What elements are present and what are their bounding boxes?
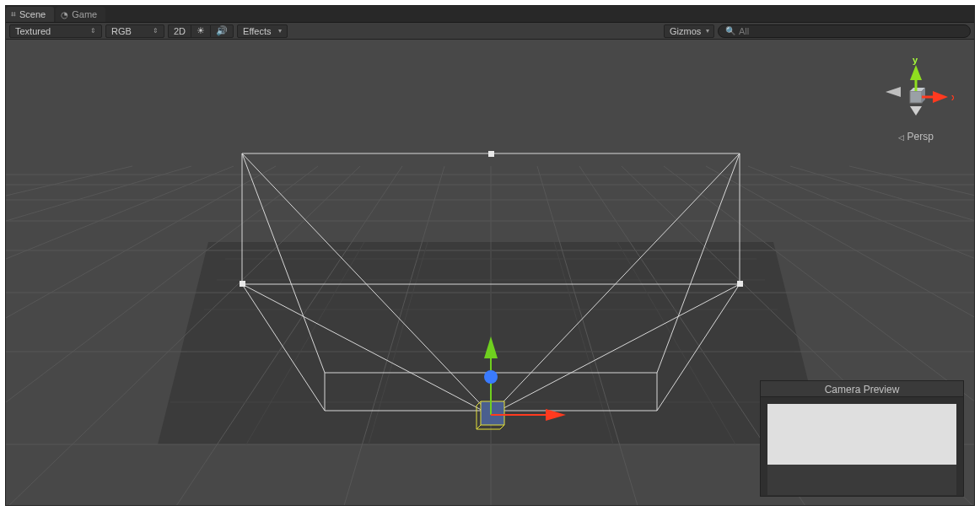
shading-mode-label: Textured — [15, 26, 51, 36]
effects-dropdown[interactable]: Effects ▾ — [237, 24, 288, 38]
axis-y-label: y — [913, 56, 918, 65]
svg-line-24 — [849, 166, 974, 196]
scene-search-input[interactable] — [739, 26, 963, 36]
svg-marker-46 — [481, 401, 504, 425]
svg-rect-43 — [488, 151, 494, 157]
2d-toggle[interactable]: 2D — [168, 24, 191, 38]
svg-line-20 — [748, 166, 974, 259]
chevron-down-icon: ▾ — [706, 27, 709, 35]
tab-bar: ⌗ Scene ◔ Game — [6, 6, 974, 23]
chevron-updown-icon: ⇕ — [90, 27, 96, 35]
window-frame: ⌗ Scene ◔ Game Textured ⇕ RGB ⇕ 2D ☀ 🔊 E… — [5, 5, 975, 506]
tab-scene-label: Scene — [19, 9, 46, 19]
render-mode-dropdown[interactable]: RGB ⇕ — [105, 24, 164, 38]
scene-viewport[interactable]: x y ◁ Persp Camera Preview — [6, 40, 974, 505]
orientation-gizmo[interactable]: x y ◁ Persp — [878, 56, 954, 149]
svg-marker-60 — [910, 106, 922, 116]
tab-scene[interactable]: ⌗ Scene — [6, 7, 54, 22]
search-icon: 🔍 — [725, 26, 735, 35]
speaker-icon: 🔊 — [216, 25, 228, 36]
projection-mode[interactable]: ◁ Persp — [878, 131, 954, 143]
pacman-icon: ◔ — [61, 10, 68, 19]
gizmos-label: Gizmos — [670, 26, 701, 36]
svg-rect-53 — [910, 91, 922, 103]
grid-icon: ⌗ — [11, 9, 16, 19]
effects-label: Effects — [243, 26, 271, 36]
camera-preview-sky — [767, 404, 956, 465]
svg-point-51 — [484, 370, 498, 384]
sun-icon: ☀ — [197, 25, 205, 36]
scene-search[interactable]: 🔍 — [718, 24, 971, 38]
audio-toggle[interactable]: 🔊 — [210, 24, 234, 38]
scene-toolbar: Textured ⇕ RGB ⇕ 2D ☀ 🔊 Effects ▾ Gizmos… — [6, 23, 974, 40]
gizmos-dropdown[interactable]: Gizmos ▾ — [664, 24, 714, 38]
chevron-down-icon: ▾ — [278, 27, 282, 35]
axis-x-label: x — [951, 92, 954, 102]
tab-game[interactable]: ◔ Game — [56, 7, 105, 22]
shading-mode-dropdown[interactable]: Textured ⇕ — [9, 24, 102, 38]
camera-preview-view — [767, 404, 956, 495]
svg-rect-44 — [240, 281, 245, 287]
chevron-updown-icon: ⇕ — [153, 27, 159, 35]
render-mode-label: RGB — [111, 26, 132, 36]
lighting-toggle[interactable]: ☀ — [191, 24, 210, 38]
svg-marker-59 — [910, 65, 922, 80]
camera-preview-title: Camera Preview — [761, 381, 963, 397]
camera-preview-panel: Camera Preview — [760, 380, 964, 497]
svg-line-23 — [6, 166, 132, 196]
svg-line-19 — [6, 166, 234, 259]
tab-game-label: Game — [72, 9, 97, 19]
svg-marker-57 — [933, 91, 948, 103]
svg-marker-52 — [886, 87, 901, 97]
svg-rect-45 — [737, 281, 743, 287]
view-toggles: 2D ☀ 🔊 — [168, 24, 234, 38]
